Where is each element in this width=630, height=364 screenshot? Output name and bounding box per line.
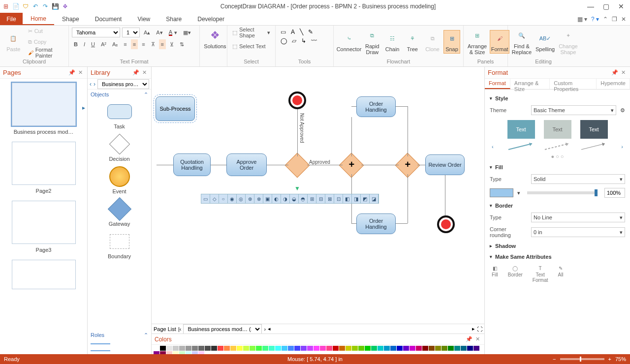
color-swatch[interactable] — [320, 346, 326, 351]
color-swatch[interactable] — [211, 346, 217, 351]
node-approve-order[interactable]: Approve Order — [226, 153, 267, 176]
color-swatch[interactable] — [269, 346, 275, 351]
color-swatch[interactable] — [403, 346, 409, 351]
pencil-tool-icon[interactable]: ✎ — [308, 29, 313, 35]
font-size-select[interactable]: 11 — [122, 28, 140, 37]
color-swatch[interactable] — [371, 346, 377, 351]
page-thumb-1[interactable] — [12, 83, 76, 126]
color-swatch[interactable] — [326, 346, 332, 351]
tab-shape[interactable]: Shape — [54, 13, 87, 25]
page-list-scroll-right-icon[interactable]: ▸ — [472, 326, 475, 332]
theme-next-icon[interactable]: › — [621, 144, 623, 150]
ellipse-tool-icon[interactable]: ◯ — [281, 37, 287, 44]
page-thumb-4[interactable] — [12, 260, 76, 289]
color-swatch[interactable] — [186, 346, 191, 351]
fmt-tab-hypernote[interactable]: Hypernote — [597, 79, 630, 89]
tab-share[interactable]: Share — [158, 13, 189, 25]
align-bottom-icon[interactable]: ⊻ — [168, 39, 176, 49]
format-button[interactable]: 🖌Format — [490, 30, 509, 54]
fmt-section-shadow[interactable]: Shadow — [490, 240, 625, 251]
color-swatch[interactable] — [429, 346, 435, 351]
same-border-button[interactable]: ◯Border — [508, 266, 523, 283]
color-swatch[interactable] — [166, 351, 172, 354]
align-center-icon[interactable]: ≡ — [131, 39, 138, 49]
color-swatch[interactable] — [422, 346, 428, 351]
pages-expand-icon[interactable]: ▸ — [82, 104, 85, 111]
help-icon[interactable]: ? ▾ — [591, 16, 599, 23]
align-top-icon[interactable]: ⊼ — [149, 39, 157, 49]
pages-pin-icon[interactable]: 📌 — [67, 69, 77, 76]
cut-button[interactable]: ✂Cut — [26, 26, 65, 36]
color-swatch[interactable] — [314, 346, 319, 351]
color-swatch[interactable] — [294, 346, 300, 351]
color-swatch[interactable] — [186, 351, 191, 354]
color-swatch[interactable] — [243, 346, 249, 351]
zoom-slider[interactable] — [580, 357, 581, 362]
node-quotation-handling[interactable]: Quotation Handling — [173, 153, 211, 176]
arrow-tool-icon[interactable]: ↳ — [301, 37, 306, 44]
color-swatch[interactable] — [288, 346, 294, 351]
smart-shape-toolbar[interactable]: ▭◇○◉◎⊕⊗▣◐◑◒◓⊞⊟⊠⊡◧◨◩◪ — [201, 194, 379, 204]
format-close-icon[interactable]: ✕ — [620, 69, 627, 76]
fmt-section-fill[interactable]: Fill — [490, 161, 625, 172]
node-sub-process[interactable]: Sub-Process — [156, 96, 195, 121]
connector-button[interactable]: ⤷Connector — [337, 30, 361, 53]
color-swatch[interactable] — [250, 346, 255, 351]
color-swatch[interactable] — [154, 346, 159, 351]
color-swatch[interactable] — [224, 346, 230, 351]
color-swatch[interactable] — [198, 351, 204, 354]
lib-item-gateway[interactable]: Gateway — [90, 199, 149, 227]
callout-tool-icon[interactable]: ▱ — [292, 37, 296, 44]
select-shape-button[interactable]: ⬚Select Shape ▾ — [230, 28, 272, 37]
format-pin-icon[interactable]: 📌 — [610, 69, 620, 76]
align-left-icon[interactable]: ≡ — [122, 39, 128, 49]
page-list-scroll-left-icon[interactable]: ◂ — [268, 326, 271, 332]
color-swatch[interactable] — [390, 346, 396, 351]
theme-gear-icon[interactable]: ⚙ — [620, 107, 625, 114]
qat-shield-icon[interactable]: 🛡 — [22, 2, 30, 10]
align-middle-icon[interactable]: ≡ — [159, 39, 166, 49]
color-swatch[interactable] — [333, 346, 339, 351]
color-swatch[interactable] — [365, 346, 371, 351]
color-swatch[interactable] — [358, 346, 364, 351]
library-pin-icon[interactable]: 📌 — [131, 69, 141, 76]
curve-tool-icon[interactable]: 〰 — [311, 37, 317, 44]
clone-button[interactable]: ⧉Clone — [423, 30, 441, 53]
spelling-button[interactable]: AB✓Spelling — [535, 30, 556, 53]
color-swatch[interactable] — [378, 346, 383, 351]
color-swatch[interactable] — [218, 346, 223, 351]
qat-save-icon[interactable]: 💾 — [51, 2, 59, 10]
change-shape-button[interactable]: ✦Change Shape — [558, 28, 579, 56]
node-order-handling-1[interactable]: Order Handling — [356, 96, 396, 117]
solutions-button[interactable]: ❖ Solutions — [203, 28, 227, 50]
highlight-icon[interactable]: ▦▾ — [181, 28, 193, 37]
rotation-handle-icon[interactable]: ▼ — [294, 185, 300, 192]
color-swatch[interactable] — [256, 346, 262, 351]
color-swatch[interactable] — [454, 346, 460, 351]
color-swatch[interactable] — [301, 346, 307, 351]
color-swatch[interactable] — [435, 346, 441, 351]
library-close-icon[interactable]: ✕ — [141, 69, 148, 76]
copy-button[interactable]: ⧉Copy — [26, 37, 65, 47]
tab-view[interactable]: View — [129, 13, 158, 25]
lib-item-boundary[interactable]: Boundary — [90, 232, 149, 259]
same-all-button[interactable]: ✎All — [558, 266, 563, 283]
zoom-out-icon[interactable]: − — [553, 356, 556, 362]
format-painter-button[interactable]: 🖌Format Painter — [26, 48, 65, 58]
color-swatch[interactable] — [346, 346, 351, 351]
color-swatch[interactable] — [275, 346, 281, 351]
color-swatch[interactable] — [205, 346, 211, 351]
zoom-in-icon[interactable]: + — [608, 356, 611, 362]
lib-item-event[interactable]: Event — [90, 167, 149, 194]
tree-button[interactable]: ⚘Tree — [404, 30, 422, 53]
italic-icon[interactable]: I — [82, 39, 87, 49]
qat-redo-icon[interactable]: ↷ — [41, 2, 49, 10]
color-swatch[interactable] — [307, 346, 313, 351]
arrow-style-1[interactable] — [507, 142, 535, 152]
align-right-icon[interactable]: ≡ — [140, 39, 147, 49]
color-swatch[interactable] — [173, 346, 179, 351]
node-order-handling-2[interactable]: Order Handling — [356, 213, 396, 234]
color-swatch[interactable] — [441, 346, 447, 351]
color-swatch[interactable] — [179, 351, 185, 354]
fmt-section-same[interactable]: Make Same Attributes — [490, 251, 625, 262]
